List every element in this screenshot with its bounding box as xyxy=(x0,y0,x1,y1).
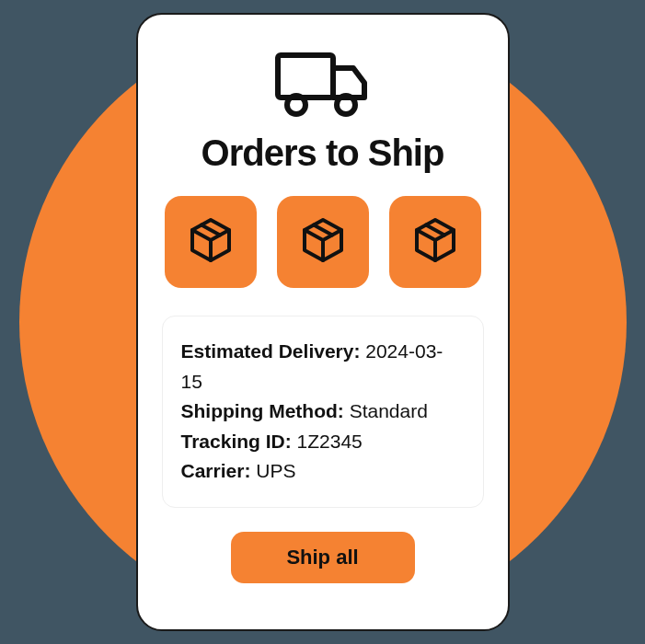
carrier-label: Carrier: xyxy=(181,460,251,481)
package-tile[interactable] xyxy=(389,196,481,288)
package-tile[interactable] xyxy=(277,196,369,288)
estimated-delivery-row: Estimated Delivery: 2024-03-15 xyxy=(181,337,465,397)
svg-point-1 xyxy=(287,96,305,114)
shipping-method-row: Shipping Method: Standard xyxy=(181,397,465,427)
svg-point-2 xyxy=(337,96,355,114)
shipping-method-value: Standard xyxy=(350,400,428,421)
package-icon xyxy=(409,214,461,270)
ship-all-button[interactable]: Ship all xyxy=(231,532,415,583)
tracking-id-label: Tracking ID: xyxy=(181,431,292,452)
package-icon xyxy=(185,214,236,270)
svg-rect-0 xyxy=(278,55,333,98)
card-title: Orders to Ship xyxy=(202,132,444,174)
truck-icon xyxy=(272,48,374,123)
package-icon xyxy=(297,214,349,270)
shipping-details: Estimated Delivery: 2024-03-15 Shipping … xyxy=(162,316,484,508)
tracking-id-row: Tracking ID: 1Z2345 xyxy=(181,427,465,457)
carrier-value: UPS xyxy=(256,460,295,481)
estimated-delivery-label: Estimated Delivery: xyxy=(181,340,361,362)
carrier-row: Carrier: UPS xyxy=(181,456,465,487)
shipping-method-label: Shipping Method: xyxy=(181,400,344,421)
tracking-id-value: 1Z2345 xyxy=(297,431,363,452)
orders-card: Orders to Ship xyxy=(136,13,510,631)
package-row xyxy=(165,196,481,288)
package-tile[interactable] xyxy=(165,196,257,288)
